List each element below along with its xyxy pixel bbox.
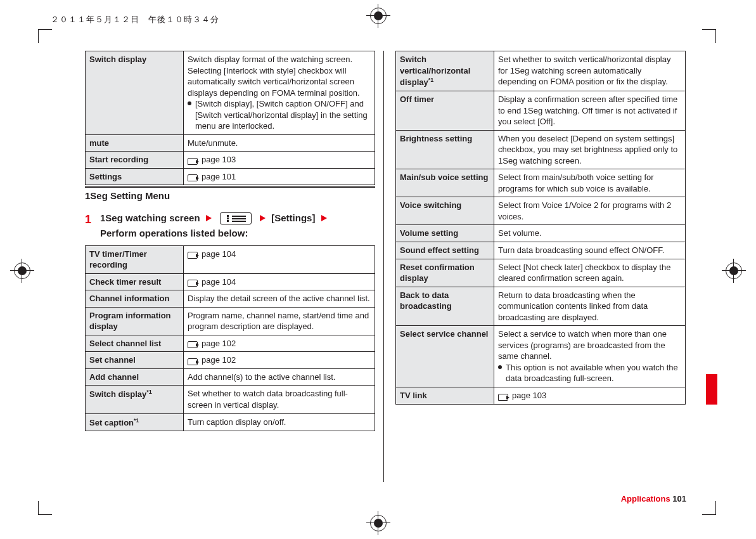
- row-key: Start recording: [86, 152, 184, 169]
- mid-table: TV timer/Timer recordingpage 104 Check t…: [85, 245, 375, 432]
- step-line-2: Perform operations listed below:: [100, 227, 375, 240]
- table-row: Set channelpage 102: [86, 352, 375, 369]
- row-key: Switch display: [86, 51, 184, 135]
- page-ref-icon: [498, 393, 509, 400]
- row-key: Brightness setting: [396, 130, 494, 169]
- registration-mark-icon: [370, 8, 387, 24]
- table-row: Back to data broadcastingReturn to data …: [396, 287, 686, 326]
- table-row: TV timer/Timer recordingpage 104: [86, 245, 375, 273]
- row-desc: page 103: [494, 387, 686, 405]
- row-desc: When you deselect [Depend on system sett…: [494, 130, 686, 169]
- row-key: Switch vertical/horizontal display*1: [396, 51, 494, 91]
- column-divider: [383, 51, 384, 482]
- step-line-1: 1Seg watching screen [Settings]: [100, 212, 375, 225]
- step-row: 1 1Seg watching screen [Settings] Perfor…: [85, 212, 375, 240]
- table-row: Channel informationDisplay the detail sc…: [86, 290, 375, 308]
- table-row: Sound effect settingTurn data broadcasti…: [396, 242, 686, 259]
- row-key: TV timer/Timer recording: [86, 245, 184, 273]
- page-ref-icon: [188, 157, 199, 164]
- table-row: Set caption*1Turn caption display on/off…: [86, 413, 375, 431]
- row-key: Settings: [86, 168, 184, 185]
- table-row: TV linkpage 103: [396, 387, 686, 405]
- row-desc: Switch display format of the watching sc…: [184, 51, 375, 135]
- row-key: Select channel list: [86, 335, 184, 352]
- row-key: Set caption*1: [86, 413, 184, 431]
- bullet-icon: [188, 101, 191, 105]
- table-row: Check timer resultpage 104: [86, 273, 375, 290]
- table-row: Settings page 101: [86, 168, 375, 185]
- red-arrow-icon: [206, 215, 212, 221]
- row-key: Voice switching: [396, 197, 494, 225]
- page-ref-icon: [188, 278, 199, 286]
- row-desc: page 102: [184, 352, 375, 369]
- row-desc: Set volume.: [494, 225, 686, 242]
- row-key: Set channel: [86, 352, 184, 369]
- table-row: Brightness settingWhen you deselect [Dep…: [396, 130, 686, 169]
- row-desc: page 103: [184, 152, 375, 169]
- row-desc: Display the detail screen of the active …: [184, 290, 375, 308]
- step-number: 1: [85, 212, 100, 227]
- table-row: Select service channel Select a service …: [396, 326, 686, 387]
- row-desc: Turn caption display on/off.: [184, 413, 375, 431]
- table-row: Switch display Switch display format of …: [86, 51, 375, 135]
- timestamp-text: ２０１１年５月１２日 午後１０時３４分: [51, 14, 219, 25]
- row-key: Volume setting: [396, 225, 494, 242]
- row-key: Add channel: [86, 368, 184, 386]
- registration-mark-icon: [370, 515, 387, 531]
- row-desc: Select a service to watch when more than…: [494, 326, 686, 387]
- table-row: Switch vertical/horizontal display*1Set …: [396, 51, 686, 91]
- row-key: Reset confirmation display: [396, 259, 494, 287]
- row-desc: page 102: [184, 335, 375, 352]
- row-desc: Mute/unmute.: [184, 134, 375, 152]
- right-table: Switch vertical/horizontal display*1Set …: [395, 51, 686, 405]
- page-ref-icon: [188, 173, 199, 181]
- row-desc: Return to data broadcasting when the com…: [494, 287, 686, 326]
- row-key: Switch display*1: [86, 386, 184, 413]
- section-tab: [706, 374, 717, 405]
- row-desc: page 101: [184, 168, 375, 185]
- registration-mark-icon: [14, 263, 30, 279]
- registration-mark-icon: [726, 263, 742, 279]
- row-key: Back to data broadcasting: [396, 287, 494, 326]
- left-column: Switch display Switch display format of …: [85, 51, 375, 431]
- row-desc: Program name, channel name, start/end ti…: [184, 307, 375, 335]
- row-key: Off timer: [396, 91, 494, 130]
- row-desc: page 104: [184, 273, 375, 290]
- table-row: mute Mute/unmute.: [86, 134, 375, 152]
- row-key: Channel information: [86, 290, 184, 308]
- row-desc: page 104: [184, 245, 375, 273]
- row-key: Select service channel: [396, 326, 494, 387]
- footer-section: Applications: [621, 494, 670, 503]
- page-ref-icon: [188, 357, 199, 365]
- table-row: Voice switchingSelect from Voice 1/Voice…: [396, 197, 686, 225]
- table-row: Start recording page 103: [86, 152, 375, 169]
- table-row: Switch display*1Set whether to watch dat…: [86, 386, 375, 413]
- table-row: Add channelAdd channel(s) to the active …: [86, 368, 375, 386]
- table-row: Reset confirmation displaySelect [Not ch…: [396, 259, 686, 287]
- row-desc: Display a confirmation screen after spec…: [494, 91, 686, 130]
- row-desc: Select [Not check later] checkbox to dis…: [494, 259, 686, 287]
- table-row: Main/sub voice settingSelect from main/s…: [396, 169, 686, 197]
- row-key: Check timer result: [86, 273, 184, 290]
- row-desc: Set whether to switch vertical/horizonta…: [494, 51, 686, 91]
- bullet-icon: [498, 365, 502, 369]
- footer-page: 101: [672, 494, 686, 503]
- row-key: Program information display: [86, 307, 184, 335]
- footer: Applications 101: [621, 494, 686, 503]
- right-column: Switch vertical/horizontal display*1Set …: [395, 51, 686, 405]
- row-key: Main/sub voice setting: [396, 169, 494, 197]
- row-desc: Turn data broadcasting sound effect ON/O…: [494, 242, 686, 259]
- table-row: Off timerDisplay a confirmation screen a…: [396, 91, 686, 130]
- red-arrow-icon: [321, 215, 327, 221]
- table-row: Volume settingSet volume.: [396, 225, 686, 242]
- row-desc: Select from main/sub/both voice setting …: [494, 169, 686, 197]
- row-key: mute: [86, 134, 184, 152]
- row-key: Sound effect setting: [396, 242, 494, 259]
- section-title: 1Seg Setting Menu: [85, 186, 375, 202]
- red-arrow-icon: [260, 215, 266, 221]
- row-desc: Select from Voice 1/Voice 2 for programs…: [494, 197, 686, 225]
- top-table: Switch display Switch display format of …: [85, 51, 375, 185]
- row-desc: Add channel(s) to the active channel lis…: [184, 368, 375, 386]
- row-desc: Set whether to watch data broadcasting f…: [184, 386, 375, 413]
- table-row: Select channel listpage 102: [86, 335, 375, 352]
